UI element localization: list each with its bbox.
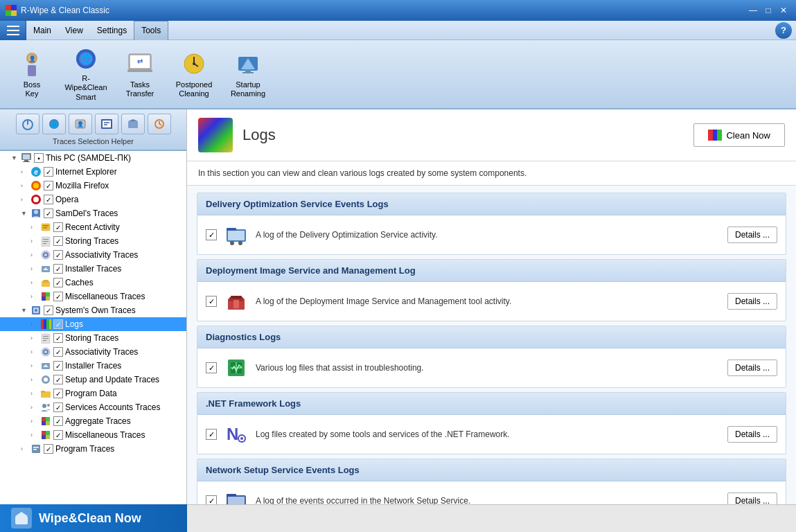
tree-item-assoc-traces[interactable]: › ✓ Associativity Traces: [0, 248, 186, 262]
tree-item-services-accounts[interactable]: › ✓ Services Accounts Traces: [0, 400, 186, 414]
tree-checkbox[interactable]: ✓: [53, 264, 63, 274]
menu-view[interactable]: View: [58, 21, 90, 40]
tree-item-sys-storing[interactable]: › ✓ Storing Traces: [0, 331, 186, 345]
tree-container[interactable]: ▼ ▪ This PC (SAMDEL-ПК) › e ✓ Internet E…: [0, 151, 186, 504]
tree-checkbox[interactable]: ✓: [53, 361, 63, 371]
details-button-network[interactable]: Details ...: [727, 493, 777, 504]
tree-label: Program Data: [65, 389, 117, 398]
log-checkbox-network[interactable]: ✓: [206, 495, 217, 504]
tree-checkbox[interactable]: ✓: [53, 333, 63, 343]
expand-icon: ›: [30, 265, 40, 272]
traces-icon-1[interactable]: [16, 114, 39, 134]
tree-checkbox[interactable]: ✓: [53, 389, 63, 398]
tree-item-caches[interactable]: › ✓ Caches: [0, 276, 186, 290]
menu-main[interactable]: Main: [26, 21, 58, 40]
tree-item-this-pc[interactable]: ▼ ▪ This PC (SAMDEL-ПК): [0, 151, 186, 165]
tree-checkbox[interactable]: ✓: [53, 292, 63, 301]
tree-item-misc-traces[interactable]: › ✓ Miscellaneous Traces: [0, 290, 186, 303]
tree-label: Opera: [55, 195, 78, 204]
tree-item-setup-update[interactable]: › ✓ Setup and Update Traces: [0, 373, 186, 387]
tree-item-opera[interactable]: › ✓ Opera: [0, 193, 186, 206]
expand-icon: ›: [30, 404, 40, 411]
tree-checkbox[interactable]: ✓: [53, 375, 63, 384]
window-title: R-Wipe & Clean Classic: [21, 6, 746, 15]
traces-icon-3[interactable]: 👤: [69, 114, 92, 134]
clean-now-button[interactable]: Clean Now: [693, 123, 785, 147]
expand-icon: ›: [30, 251, 40, 258]
tree-item-sys-misc[interactable]: › ✓ Miscellaneous Traces: [0, 428, 186, 442]
log-section-header-diagnostics: Diagnostics Logs: [197, 326, 786, 348]
tree-checkbox[interactable]: ✓: [53, 319, 63, 329]
menu-icon-button[interactable]: [0, 21, 26, 40]
maximize-button[interactable]: □: [761, 3, 775, 17]
toolbar-postponed-cleaning[interactable]: PostponedCleaning: [169, 45, 219, 103]
tree-checkbox[interactable]: ✓: [44, 209, 53, 218]
tree-item-sys-assoc[interactable]: › ✓ Associativity Traces: [0, 345, 186, 359]
svg-rect-87: [45, 375, 46, 378]
svg-rect-3: [11, 10, 17, 16]
svg-rect-105: [33, 449, 37, 450]
content-scroll[interactable]: Delivery Optimization Service Events Log…: [187, 186, 796, 504]
tree-checkbox[interactable]: ✓: [44, 181, 53, 190]
tree-item-installer-traces[interactable]: › ✓ Installer Traces: [0, 262, 186, 276]
tree-checkbox[interactable]: ✓: [53, 278, 63, 287]
tree-checkbox[interactable]: ✓: [53, 416, 63, 426]
traces-icon-2[interactable]: 🌐: [42, 114, 66, 134]
minimize-button[interactable]: —: [746, 3, 760, 17]
log-checkbox-delivery[interactable]: ✓: [206, 229, 217, 240]
tree-item-samdel-traces[interactable]: ▼ ✓ SamDel's Traces: [0, 206, 186, 220]
tree-checkbox[interactable]: ✓: [44, 167, 53, 177]
tree-checkbox[interactable]: ✓: [53, 222, 63, 232]
tree-item-system-traces[interactable]: ▼ ✓ System's Own Traces: [0, 303, 186, 317]
tree-checkbox[interactable]: ✓: [53, 402, 63, 412]
svg-point-94: [47, 404, 50, 407]
tree-item-program-traces[interactable]: › ✓ Program Traces: [0, 442, 186, 456]
menu-settings[interactable]: Settings: [90, 21, 134, 40]
menu-tools[interactable]: Tools: [134, 21, 168, 40]
wipe-clean-button[interactable]: Wipe&Clean Now: [0, 504, 187, 532]
tree-item-firefox[interactable]: › ✓ Mozilla Firefox: [0, 179, 186, 193]
tree-item-aggregate[interactable]: › ✓ Aggregate Traces: [0, 414, 186, 428]
tree-item-logs[interactable]: › ✓ Logs: [0, 317, 186, 331]
startup-renaming-icon: [234, 50, 262, 78]
expand-icon: ›: [30, 362, 40, 369]
tree-label: SamDel's Traces: [55, 209, 118, 218]
log-checkbox-diagnostics[interactable]: ✓: [206, 362, 217, 373]
toolbar-rwipe-smart[interactable]: 🌐 R-Wipe&CleanSmart: [61, 45, 111, 103]
svg-rect-5: [7, 30, 19, 31]
details-button-deployment[interactable]: Details ...: [727, 293, 777, 310]
tree-checkbox[interactable]: ✓: [53, 347, 63, 357]
ie-icon: e: [30, 166, 42, 177]
tree-item-storing-traces[interactable]: › ✓ Storing Traces: [0, 234, 186, 248]
details-button-diagnostics[interactable]: Details ...: [727, 360, 777, 376]
tree-checkbox[interactable]: ▪: [34, 153, 44, 163]
toolbar-boss-key[interactable]: 👤 BossKey: [7, 45, 57, 103]
window-controls: — □ ✕: [746, 3, 790, 17]
log-checkbox-deployment[interactable]: ✓: [206, 296, 217, 307]
svg-rect-108: [227, 228, 236, 231]
tree-item-sys-installer[interactable]: › ✓ Installer Traces: [0, 359, 186, 373]
tree-label: Internet Explorer: [55, 167, 117, 177]
close-button[interactable]: ✕: [777, 3, 790, 17]
details-button-dotnet[interactable]: Details ...: [727, 426, 777, 443]
tree-checkbox[interactable]: ✓: [53, 236, 63, 246]
tree-checkbox[interactable]: ✓: [53, 430, 63, 440]
tree-checkbox[interactable]: ✓: [44, 305, 53, 315]
tree-checkbox[interactable]: ✓: [44, 195, 53, 204]
toolbar-startup-renaming[interactable]: StartupRenaming: [223, 45, 273, 103]
tree-checkbox[interactable]: ✓: [53, 250, 63, 260]
details-button-delivery[interactable]: Details ...: [727, 227, 777, 243]
log-section-diagnostics: Diagnostics Logs ✓ Various log files tha…: [197, 326, 786, 388]
tree-checkbox[interactable]: ✓: [44, 444, 53, 454]
toolbar-tasks-transfer[interactable]: ⇄ TasksTransfer: [115, 45, 165, 103]
help-button[interactable]: ?: [775, 22, 792, 39]
traces-icon-6[interactable]: [148, 114, 171, 134]
traces-icon-4[interactable]: [95, 114, 118, 134]
traces-icon-5[interactable]: [121, 114, 145, 134]
menu-bar: Main View Settings Tools ?: [0, 21, 796, 40]
tree-item-program-data[interactable]: › ✓ Program Data: [0, 387, 186, 400]
tree-item-recent-activity[interactable]: › ✓ Recent Activity: [0, 220, 186, 234]
firefox-icon: [30, 180, 42, 191]
log-checkbox-dotnet[interactable]: ✓: [206, 429, 217, 440]
tree-item-ie[interactable]: › e ✓ Internet Explorer: [0, 165, 186, 179]
